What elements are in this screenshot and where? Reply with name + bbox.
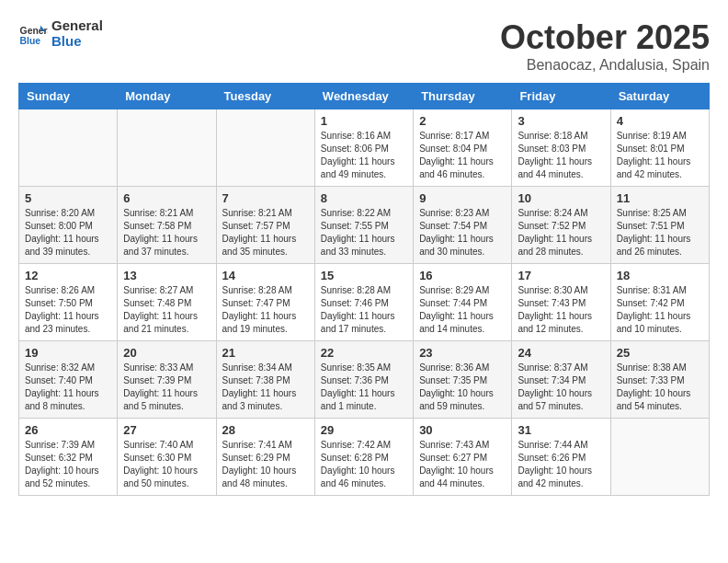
day-info: Sunrise: 8:28 AM Sunset: 7:46 PM Dayligh… <box>321 284 407 336</box>
calendar-cell: 18Sunrise: 8:31 AM Sunset: 7:42 PM Dayli… <box>610 264 709 341</box>
day-info: Sunrise: 7:40 AM Sunset: 6:30 PM Dayligh… <box>123 439 210 490</box>
day-info: Sunrise: 8:35 AM Sunset: 7:36 PM Dayligh… <box>321 362 407 413</box>
week-row-2: 5Sunrise: 8:20 AM Sunset: 8:00 PM Daylig… <box>19 187 710 264</box>
day-info: Sunrise: 8:28 AM Sunset: 7:47 PM Dayligh… <box>222 284 309 336</box>
day-info: Sunrise: 8:38 AM Sunset: 7:33 PM Dayligh… <box>617 362 703 413</box>
day-info: Sunrise: 7:42 AM Sunset: 6:28 PM Dayligh… <box>321 439 407 490</box>
day-number: 6 <box>123 191 210 205</box>
calendar-cell: 26Sunrise: 7:39 AM Sunset: 6:32 PM Dayli… <box>19 419 118 496</box>
svg-text:Blue: Blue <box>20 36 41 46</box>
day-number: 3 <box>518 114 604 128</box>
calendar-subtitle: Benaocaz, Andalusia, Spain <box>500 57 710 74</box>
day-number: 1 <box>321 114 407 128</box>
day-number: 2 <box>419 114 506 128</box>
calendar-cell: 11Sunrise: 8:25 AM Sunset: 7:51 PM Dayli… <box>610 187 709 264</box>
day-number: 22 <box>321 346 407 360</box>
weekday-header-saturday: Saturday <box>610 84 709 109</box>
calendar-cell: 19Sunrise: 8:32 AM Sunset: 7:40 PM Dayli… <box>19 341 118 419</box>
weekday-header-sunday: Sunday <box>19 84 118 109</box>
day-info: Sunrise: 8:30 AM Sunset: 7:43 PM Dayligh… <box>518 284 604 336</box>
day-number: 7 <box>222 191 309 205</box>
weekday-header-tuesday: Tuesday <box>216 84 314 109</box>
calendar-cell: 15Sunrise: 8:28 AM Sunset: 7:46 PM Dayli… <box>314 264 413 341</box>
day-info: Sunrise: 8:21 AM Sunset: 7:57 PM Dayligh… <box>222 207 309 259</box>
day-info: Sunrise: 8:20 AM Sunset: 8:00 PM Dayligh… <box>25 207 111 259</box>
calendar-cell: 27Sunrise: 7:40 AM Sunset: 6:30 PM Dayli… <box>118 419 216 496</box>
weekday-header-monday: Monday <box>118 84 216 109</box>
day-info: Sunrise: 8:27 AM Sunset: 7:48 PM Dayligh… <box>123 284 210 336</box>
calendar-cell: 29Sunrise: 7:42 AM Sunset: 6:28 PM Dayli… <box>314 419 413 496</box>
week-row-4: 19Sunrise: 8:32 AM Sunset: 7:40 PM Dayli… <box>19 341 710 419</box>
day-info: Sunrise: 8:37 AM Sunset: 7:34 PM Dayligh… <box>518 362 604 413</box>
day-info: Sunrise: 8:21 AM Sunset: 7:58 PM Dayligh… <box>123 207 210 259</box>
logo-blue: Blue <box>51 34 103 50</box>
week-row-1: 1Sunrise: 8:16 AM Sunset: 8:06 PM Daylig… <box>19 109 710 187</box>
logo-general: General <box>51 18 103 34</box>
title-area: October 2025 Benaocaz, Andalusia, Spain <box>500 18 710 74</box>
calendar-cell: 16Sunrise: 8:29 AM Sunset: 7:44 PM Dayli… <box>414 264 512 341</box>
week-row-5: 26Sunrise: 7:39 AM Sunset: 6:32 PM Dayli… <box>19 419 710 496</box>
logo-icon: General Blue <box>18 19 48 49</box>
day-info: Sunrise: 8:22 AM Sunset: 7:55 PM Dayligh… <box>321 207 407 259</box>
day-info: Sunrise: 8:24 AM Sunset: 7:52 PM Dayligh… <box>518 207 604 259</box>
day-number: 30 <box>419 423 506 437</box>
day-number: 4 <box>617 114 703 128</box>
calendar-cell: 13Sunrise: 8:27 AM Sunset: 7:48 PM Dayli… <box>118 264 216 341</box>
day-number: 16 <box>419 269 506 282</box>
calendar-cell: 9Sunrise: 8:23 AM Sunset: 7:54 PM Daylig… <box>414 187 512 264</box>
day-info: Sunrise: 8:19 AM Sunset: 8:01 PM Dayligh… <box>617 130 703 181</box>
weekday-header-friday: Friday <box>512 84 610 109</box>
day-info: Sunrise: 8:16 AM Sunset: 8:06 PM Dayligh… <box>321 130 407 181</box>
day-info: Sunrise: 7:43 AM Sunset: 6:27 PM Dayligh… <box>419 439 506 490</box>
day-number: 17 <box>518 269 604 282</box>
day-info: Sunrise: 8:26 AM Sunset: 7:50 PM Dayligh… <box>25 284 111 336</box>
day-number: 24 <box>518 346 604 360</box>
weekday-header-row: SundayMondayTuesdayWednesdayThursdayFrid… <box>19 84 710 109</box>
calendar-cell: 20Sunrise: 8:33 AM Sunset: 7:39 PM Dayli… <box>118 341 216 419</box>
day-number: 28 <box>222 423 309 437</box>
day-number: 29 <box>321 423 407 437</box>
calendar-cell: 31Sunrise: 7:44 AM Sunset: 6:26 PM Dayli… <box>512 419 610 496</box>
calendar-cell: 30Sunrise: 7:43 AM Sunset: 6:27 PM Dayli… <box>414 419 512 496</box>
day-info: Sunrise: 8:18 AM Sunset: 8:03 PM Dayligh… <box>518 130 604 181</box>
calendar-cell: 24Sunrise: 8:37 AM Sunset: 7:34 PM Dayli… <box>512 341 610 419</box>
day-info: Sunrise: 8:25 AM Sunset: 7:51 PM Dayligh… <box>617 207 703 259</box>
day-info: Sunrise: 8:34 AM Sunset: 7:38 PM Dayligh… <box>222 362 309 413</box>
day-info: Sunrise: 8:32 AM Sunset: 7:40 PM Dayligh… <box>25 362 111 413</box>
day-info: Sunrise: 8:33 AM Sunset: 7:39 PM Dayligh… <box>123 362 210 413</box>
day-info: Sunrise: 8:23 AM Sunset: 7:54 PM Dayligh… <box>419 207 506 259</box>
calendar-cell: 25Sunrise: 8:38 AM Sunset: 7:33 PM Dayli… <box>610 341 709 419</box>
weekday-header-thursday: Thursday <box>414 84 512 109</box>
calendar-cell: 7Sunrise: 8:21 AM Sunset: 7:57 PM Daylig… <box>216 187 314 264</box>
calendar-cell: 4Sunrise: 8:19 AM Sunset: 8:01 PM Daylig… <box>610 109 709 187</box>
calendar-cell <box>610 419 709 496</box>
day-number: 15 <box>321 269 407 282</box>
day-number: 10 <box>518 191 604 205</box>
calendar-cell: 3Sunrise: 8:18 AM Sunset: 8:03 PM Daylig… <box>512 109 610 187</box>
calendar-cell <box>216 109 314 187</box>
day-number: 5 <box>25 191 111 205</box>
calendar-cell: 1Sunrise: 8:16 AM Sunset: 8:06 PM Daylig… <box>314 109 413 187</box>
calendar-cell: 14Sunrise: 8:28 AM Sunset: 7:47 PM Dayli… <box>216 264 314 341</box>
day-number: 13 <box>123 269 210 282</box>
day-number: 23 <box>419 346 506 360</box>
day-number: 26 <box>25 423 111 437</box>
day-number: 11 <box>617 191 703 205</box>
day-info: Sunrise: 8:29 AM Sunset: 7:44 PM Dayligh… <box>419 284 506 336</box>
day-info: Sunrise: 8:17 AM Sunset: 8:04 PM Dayligh… <box>419 130 506 181</box>
day-number: 25 <box>617 346 703 360</box>
calendar-cell: 23Sunrise: 8:36 AM Sunset: 7:35 PM Dayli… <box>414 341 512 419</box>
day-info: Sunrise: 7:44 AM Sunset: 6:26 PM Dayligh… <box>518 439 604 490</box>
calendar-cell: 6Sunrise: 8:21 AM Sunset: 7:58 PM Daylig… <box>118 187 216 264</box>
calendar-cell: 22Sunrise: 8:35 AM Sunset: 7:36 PM Dayli… <box>314 341 413 419</box>
calendar-cell: 17Sunrise: 8:30 AM Sunset: 7:43 PM Dayli… <box>512 264 610 341</box>
calendar-cell: 21Sunrise: 8:34 AM Sunset: 7:38 PM Dayli… <box>216 341 314 419</box>
day-number: 18 <box>617 269 703 282</box>
calendar-cell <box>19 109 118 187</box>
day-number: 27 <box>123 423 210 437</box>
calendar-cell: 8Sunrise: 8:22 AM Sunset: 7:55 PM Daylig… <box>314 187 413 264</box>
day-info: Sunrise: 8:36 AM Sunset: 7:35 PM Dayligh… <box>419 362 506 413</box>
day-number: 20 <box>123 346 210 360</box>
week-row-3: 12Sunrise: 8:26 AM Sunset: 7:50 PM Dayli… <box>19 264 710 341</box>
header: General Blue General Blue October 2025 B… <box>18 18 710 74</box>
